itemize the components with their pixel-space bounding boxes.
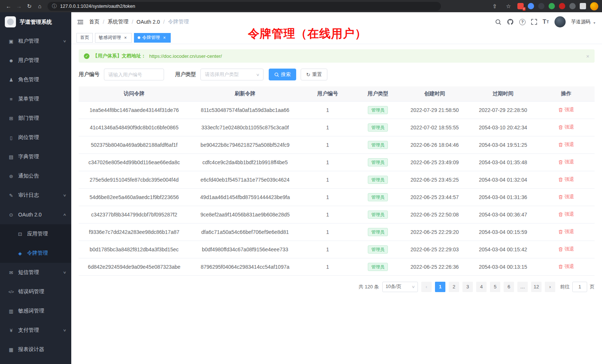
- sidebar-item-dept[interactable]: ⊞ 部门管理: [0, 109, 71, 128]
- token-table-body: 1ea5e44f8bc1467aaede43144f31de76 811c530…: [79, 101, 595, 275]
- sidebar-item-post[interactable]: ▯ 岗位管理: [0, 128, 71, 147]
- sidebar-item-oauth2-app[interactable]: ⊡ 应用管理: [0, 224, 71, 244]
- fullscreen-icon[interactable]: [531, 19, 537, 25]
- alert-close-icon[interactable]: ×: [586, 53, 589, 59]
- browser-extension-icon[interactable]: [549, 3, 555, 9]
- browser-extension-icon[interactable]: [569, 3, 576, 9]
- address-bar[interactable]: ⓘ 127.0.0.1:1024/system/oauth2/token: [48, 2, 441, 11]
- page-button[interactable]: 5: [490, 282, 500, 292]
- refresh-token-cell: b0df4980ffd34c67a08f9156e4eee733: [190, 241, 301, 258]
- browser-reload-icon[interactable]: ↻: [24, 2, 34, 11]
- browser-forward-icon[interactable]: →: [14, 2, 24, 11]
- sidebar-item-pay[interactable]: ¥ 支付管理 ∨: [0, 321, 71, 340]
- force-logout-button[interactable]: 强退: [558, 159, 574, 165]
- browser-extension-icon[interactable]: [538, 3, 544, 9]
- next-page-button[interactable]: ›: [545, 282, 555, 292]
- tab-token[interactable]: 令牌管理 ×: [134, 33, 171, 43]
- sidebar-item-audit-log[interactable]: ✎ 审计日志 ∨: [0, 186, 71, 205]
- user-avatar[interactable]: [554, 16, 566, 27]
- username[interactable]: 芋道源码: [571, 19, 590, 25]
- force-logout-button[interactable]: 强退: [558, 141, 574, 148]
- user-type-badge: 管理员: [368, 245, 388, 254]
- user-id-input[interactable]: [104, 69, 164, 80]
- breadcrumb-system[interactable]: 系统管理: [108, 19, 128, 25]
- bookmark-star-icon[interactable]: ☆: [504, 2, 513, 11]
- browser-extension-icon[interactable]: [559, 3, 565, 9]
- page-button[interactable]: 6: [504, 282, 514, 292]
- prev-page-button[interactable]: ‹: [421, 282, 432, 292]
- force-logout-button[interactable]: 强退: [558, 211, 574, 218]
- user-type-cell: 管理员: [355, 258, 401, 275]
- user-type-badge: 管理员: [368, 176, 388, 184]
- help-icon[interactable]: ?: [519, 19, 526, 25]
- sidebar-item-notice[interactable]: ⊚ 通知公告: [0, 166, 71, 186]
- browser-profile-avatar[interactable]: [590, 2, 598, 10]
- site-info-icon[interactable]: ⓘ: [52, 3, 57, 10]
- tab-home[interactable]: 首页: [76, 33, 93, 43]
- access-token-cell: c342377bf8b344799dcbf7bf095287f2: [79, 206, 190, 223]
- report-icon: ▦: [7, 347, 15, 353]
- sidebar-fold-icon[interactable]: [76, 18, 84, 26]
- breadcrumb-separator: /: [132, 19, 133, 25]
- force-logout-button[interactable]: 强退: [558, 263, 574, 270]
- app-logo-row[interactable]: 芋道管理系统: [0, 12, 71, 32]
- chevron-down-icon: ∨: [63, 193, 67, 197]
- tab-sensitive-word[interactable]: 敏感词管理 ×: [95, 33, 132, 43]
- action-cell: 强退: [538, 241, 595, 258]
- share-icon[interactable]: ⇧: [490, 2, 500, 11]
- user-id-cell: 1: [301, 136, 355, 153]
- pagination: 共 120 条 10条/页 ∨ ‹ 1 2 3 4 5 6: [79, 282, 595, 292]
- sidebar-item-oauth2-token[interactable]: ◈ 令牌管理: [0, 244, 71, 263]
- user-type-select[interactable]: 请选择用户类型 ∨: [200, 69, 264, 80]
- sidebar-item-oauth2[interactable]: ⊙ OAuth 2.0 ∧: [0, 205, 71, 224]
- page-button[interactable]: 1: [435, 282, 445, 292]
- search-button[interactable]: 搜索: [269, 69, 296, 80]
- github-icon[interactable]: [507, 19, 514, 25]
- force-logout-button[interactable]: 强退: [558, 228, 574, 235]
- sidebar-item-dict[interactable]: ▤ 字典管理: [0, 147, 71, 166]
- breadcrumb-home[interactable]: 首页: [89, 19, 99, 25]
- action-cell: 强退: [538, 101, 595, 119]
- force-logout-button[interactable]: 强退: [558, 246, 574, 252]
- breadcrumb-oauth2[interactable]: OAuth 2.0: [137, 19, 160, 25]
- page-button[interactable]: …: [517, 282, 528, 292]
- expire-time-cell: 2054-03-04 01:31:36: [468, 188, 538, 206]
- browser-extension-icon[interactable]: [528, 3, 534, 9]
- doc-link[interactable]: https://doc.iocoder.cn/user-center/: [149, 53, 222, 59]
- browser-extension-icon[interactable]: [580, 3, 586, 9]
- browser-extension-icon[interactable]: 0: [517, 3, 524, 9]
- font-size-icon[interactable]: TT: [543, 19, 549, 25]
- sidebar-item-report-designer[interactable]: ▦ 报表设计器: [0, 340, 71, 359]
- page-button[interactable]: 2: [449, 282, 459, 292]
- sidebar-item-error-code[interactable]: </> 错误码管理: [0, 282, 71, 301]
- force-logout-button[interactable]: 强退: [558, 124, 574, 130]
- close-icon[interactable]: ×: [162, 35, 167, 40]
- page-size-select[interactable]: 10条/页 ∨: [382, 282, 418, 292]
- force-logout-button[interactable]: 强退: [558, 176, 574, 183]
- force-logout-button[interactable]: 强退: [558, 106, 574, 113]
- goto-page-input[interactable]: [572, 282, 587, 292]
- token-table: 访问令牌 刷新令牌 用户编号 用户类型 创建时间 过期时间 操作 1ea5e44…: [79, 86, 595, 276]
- sidebar-item-sensitive-word[interactable]: ▥ 敏感词管理: [0, 301, 71, 321]
- close-icon[interactable]: ×: [123, 35, 128, 40]
- sidebar-item-tenant[interactable]: ▣ 租户管理 ∨: [0, 32, 71, 51]
- sidebar-item-user[interactable]: ☻ 用户管理: [0, 51, 71, 70]
- browser-back-icon[interactable]: ←: [4, 2, 13, 11]
- force-logout-button[interactable]: 强退: [558, 193, 574, 200]
- audit-log-icon: ✎: [7, 193, 15, 198]
- page-button[interactable]: 12: [531, 282, 542, 292]
- page-button[interactable]: 3: [462, 282, 473, 292]
- browser-home-icon[interactable]: ⌂: [35, 2, 45, 11]
- sidebar-item-sms[interactable]: ✉ 短信管理 ∨: [0, 263, 71, 282]
- refresh-token-cell: 9ce8ef2aa9f14056b831ae9b608e28d5: [190, 206, 301, 223]
- search-icon[interactable]: [495, 19, 501, 25]
- reset-button[interactable]: ↻ 重置: [301, 69, 327, 80]
- sidebar-item-menu[interactable]: ≡ 菜单管理: [0, 89, 71, 109]
- page-button[interactable]: 4: [476, 282, 487, 292]
- action-cell: 强退: [538, 188, 595, 206]
- user-menu-caret-icon[interactable]: ▾: [593, 19, 595, 25]
- col-refresh-token: 刷新令牌: [190, 86, 301, 101]
- expire-time-cell: 2054-03-04 00:36:47: [468, 206, 538, 223]
- user-id-cell: 1: [301, 153, 355, 171]
- sidebar-item-role[interactable]: ♟ 角色管理: [0, 70, 71, 89]
